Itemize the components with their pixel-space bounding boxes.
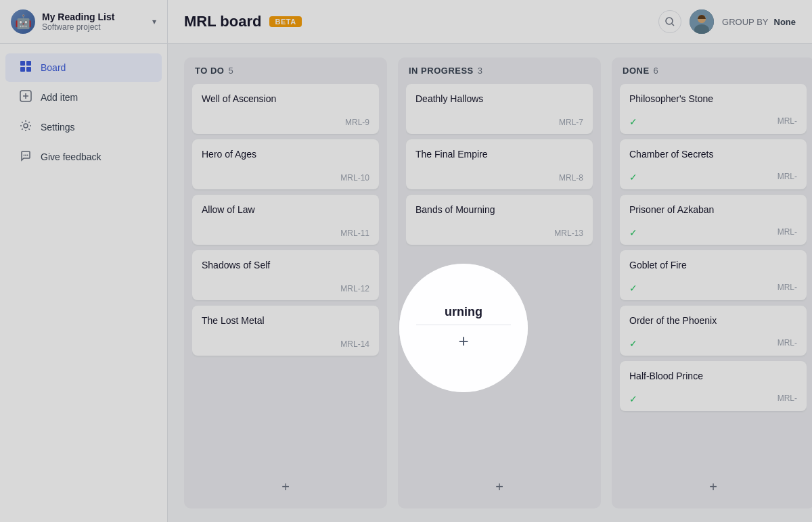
card-id: MRL-8 [415, 173, 583, 183]
card-id: MRL-11 [202, 229, 369, 238]
card-title: Shadows of Self [202, 260, 369, 270]
svg-rect-3 [26, 67, 31, 72]
column-done: DONE6 Philosopher's Stone ✓ MRL- Chamber… [612, 57, 812, 508]
table-row[interactable]: Chamber of Secrets ✓ MRL- [620, 139, 807, 189]
table-row[interactable]: Hero of Ages MRL-10 [192, 139, 379, 189]
done-icon: ✓ [629, 283, 637, 293]
svg-rect-1 [26, 61, 31, 66]
sidebar-nav: Board Add item Settings [0, 44, 167, 522]
header-toolbar: GROUP BY None [658, 9, 796, 34]
column-inprogress: IN PROGRESS3 Deathly Hallows MRL-7 The F… [398, 57, 601, 508]
add-icon [19, 90, 32, 105]
table-row[interactable]: Goblet of Fire ✓ MRL- [620, 250, 807, 300]
add-card-button-todo[interactable]: + [192, 474, 379, 500]
column-title: IN PROGRESS [409, 66, 474, 76]
column-title: TO DO [195, 66, 224, 76]
svg-line-12 [672, 24, 674, 26]
user-avatar[interactable] [690, 9, 714, 34]
column-count: 3 [478, 66, 482, 76]
card-id: MRL-10 [202, 173, 369, 183]
column-count: 6 [654, 66, 658, 76]
card-title: Prisoner of Azkaban [629, 204, 797, 215]
project-header[interactable]: 🤖 My Reading List Software project ▾ [0, 0, 167, 44]
sidebar-add-label: Add item [41, 92, 78, 103]
card-id: MRL- [777, 338, 797, 348]
svg-point-8 [24, 155, 25, 156]
column-title: DONE [623, 66, 650, 76]
project-chevron: ▾ [152, 17, 156, 26]
card-title: The Final Empire [415, 149, 583, 160]
card-title: Half-Blood Prince [629, 371, 797, 381]
done-icon: ✓ [629, 116, 637, 127]
table-row[interactable]: The Lost Metal MRL-14 [192, 306, 379, 356]
column-count: 5 [228, 66, 233, 76]
card-id: MRL- [777, 394, 797, 403]
add-card-button-inprogress[interactable]: + [406, 474, 593, 500]
table-row[interactable]: The Final Empire MRL-8 [406, 139, 593, 189]
svg-point-10 [27, 155, 28, 156]
board-icon [19, 60, 32, 75]
card-id: MRL- [777, 227, 797, 237]
card-title: Chamber of Secrets [629, 149, 797, 160]
sidebar-item-feedback[interactable]: Give feedback [5, 143, 162, 171]
svg-point-7 [24, 124, 28, 128]
project-name: My Reading List [42, 11, 150, 22]
card-title: Well of Ascension [202, 93, 369, 104]
search-button[interactable] [658, 10, 681, 33]
svg-point-9 [25, 155, 26, 156]
feedback-icon [19, 149, 32, 164]
svg-point-11 [666, 18, 673, 24]
done-icon: ✓ [629, 394, 637, 404]
settings-icon [19, 120, 32, 135]
card-title: Bands of Mourning [415, 204, 583, 215]
sidebar: 🤖 My Reading List Software project ▾ Boa… [0, 0, 168, 522]
table-row[interactable]: Order of the Phoenix ✓ MRL- [620, 306, 807, 356]
column-todo: TO DO5 Well of Ascension MRL-9 Hero of A… [184, 57, 387, 508]
card-id: MRL- [777, 283, 797, 292]
card-id: MRL- [777, 116, 797, 126]
table-row[interactable]: Philosopher's Stone ✓ MRL- [620, 84, 807, 134]
done-icon: ✓ [629, 227, 637, 238]
done-icon: ✓ [629, 338, 637, 349]
group-by-control[interactable]: GROUP BY None [722, 17, 796, 27]
card-id: MRL-7 [415, 118, 583, 127]
table-row[interactable]: Deathly Hallows MRL-7 [406, 84, 593, 134]
done-icon: ✓ [629, 172, 637, 183]
svg-rect-2 [20, 67, 25, 72]
cards-list: Philosopher's Stone ✓ MRL- Chamber of Se… [620, 84, 807, 469]
card-title: Deathly Hallows [415, 93, 583, 104]
project-logo: 🤖 [11, 9, 35, 34]
sidebar-item-add[interactable]: Add item [5, 83, 162, 112]
board-area: TO DO5 Well of Ascension MRL-9 Hero of A… [168, 44, 812, 522]
sidebar-board-label: Board [41, 62, 66, 73]
table-row[interactable]: Half-Blood Prince ✓ MRL- [620, 361, 807, 411]
title-row: MRL board BETA [184, 13, 302, 30]
card-id: MRL- [777, 172, 797, 181]
sidebar-feedback-label: Give feedback [41, 151, 102, 162]
card-id: MRL-12 [202, 284, 369, 293]
card-id: MRL-9 [202, 118, 369, 127]
card-title: Hero of Ages [202, 149, 369, 160]
cards-list: Well of Ascension MRL-9 Hero of Ages MRL… [192, 84, 379, 469]
main-content: MRL board BETA GROUP BY [168, 0, 812, 522]
table-row[interactable]: Shadows of Self MRL-12 [192, 250, 379, 300]
table-row[interactable]: Bands of Mourning MRL-13 [406, 195, 593, 245]
table-row[interactable]: Well of Ascension MRL-9 [192, 84, 379, 134]
card-title: Philosopher's Stone [629, 93, 797, 104]
svg-rect-0 [20, 61, 25, 66]
main-header: MRL board BETA GROUP BY [168, 0, 812, 44]
card-id: MRL-13 [415, 229, 583, 238]
search-icon [664, 16, 675, 27]
card-title: Order of the Phoenix [629, 315, 797, 326]
card-id: MRL-14 [202, 339, 369, 349]
card-title: Goblet of Fire [629, 260, 797, 270]
card-title: The Lost Metal [202, 315, 369, 326]
group-by-label: GROUP BY [722, 17, 768, 27]
group-by-value: None [774, 17, 796, 27]
sidebar-item-board[interactable]: Board [5, 53, 162, 82]
sidebar-item-settings[interactable]: Settings [5, 113, 162, 141]
table-row[interactable]: Allow of Law MRL-11 [192, 195, 379, 245]
add-card-button-done[interactable]: + [620, 474, 807, 500]
beta-badge: BETA [269, 16, 301, 27]
table-row[interactable]: Prisoner of Azkaban ✓ MRL- [620, 195, 807, 245]
